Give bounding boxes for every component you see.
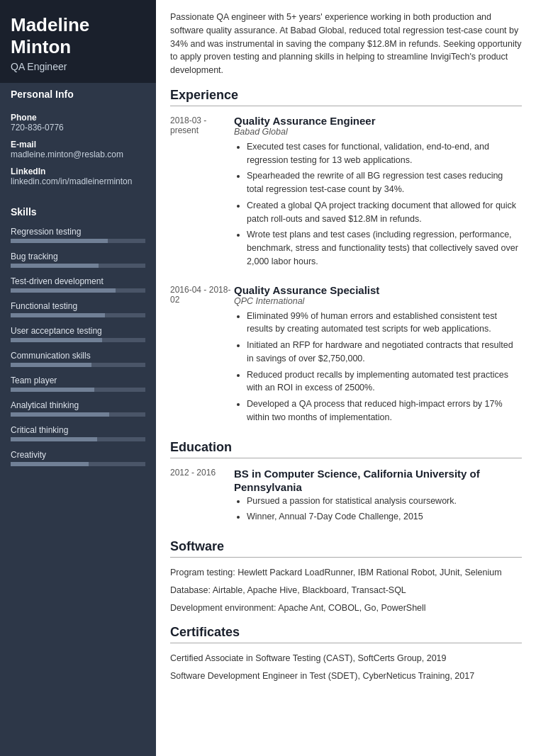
- skill-bar-fill: [11, 288, 116, 293]
- skill-bar-fill: [11, 388, 94, 392]
- skill-item: User acceptance testing: [11, 326, 145, 342]
- skill-item: Regression testing: [11, 227, 145, 243]
- job-title: Quality Assurance Engineer: [234, 115, 522, 127]
- job-title: Quality Assurance Specialist: [234, 284, 522, 296]
- skill-bar-bg: [11, 313, 145, 317]
- skill-bar-bg: [11, 412, 145, 417]
- phone-label: Phone: [11, 113, 145, 123]
- certificates-section: Certified Associate in Software Testing …: [170, 652, 522, 683]
- sidebar-header: Madeline Minton QA Engineer: [0, 0, 156, 83]
- email-info: E-mail madleine.minton@reslab.com: [11, 140, 145, 159]
- skill-bar-fill: [11, 264, 99, 268]
- phone-value: 720-836-0776: [11, 123, 145, 132]
- skills-section: Regression testing Bug tracking Test-dri…: [0, 223, 156, 482]
- cert-item: Software Development Engineer in Test (S…: [170, 670, 522, 683]
- skill-bar-bg: [11, 288, 145, 293]
- bullet-item: Executed test cases for functional, vali…: [247, 140, 522, 167]
- edu-bullet: Winner, Annual 7-Day Code Challenge, 201…: [247, 510, 522, 524]
- experience-item: 2016-04 - 2018-02 Quality Assurance Spec…: [170, 284, 522, 427]
- job-date: 2016-04 - 2018-02: [170, 284, 234, 427]
- bullet-item: Eliminated 99% of human errors and estab…: [247, 310, 522, 337]
- bullet-item: Created a global QA project tracking doc…: [247, 199, 522, 226]
- skill-bar-bg: [11, 239, 145, 243]
- software-heading: Software: [170, 539, 522, 558]
- skill-bar-bg: [11, 462, 145, 466]
- linkedin-label: LinkedIn: [11, 167, 145, 176]
- edu-bullet: Pursued a passion for statistical analys…: [247, 495, 522, 508]
- bullet-item: Developed a QA process that reduced high…: [247, 397, 522, 424]
- skill-item: Test-driven development: [11, 276, 145, 293]
- skill-bar-bg: [11, 388, 145, 392]
- email-label: E-mail: [11, 140, 145, 149]
- job-content: Quality Assurance Engineer Babad Global …: [234, 115, 522, 271]
- skill-name: Regression testing: [11, 227, 145, 237]
- candidate-name: Madeline Minton: [11, 14, 145, 58]
- company-name: QPC International: [234, 296, 522, 306]
- edu-degree: BS in Computer Science, California Unive…: [234, 467, 522, 495]
- skill-bar-fill: [11, 462, 89, 466]
- software-section: Program testing: Hewlett Packard LoadRun…: [170, 566, 522, 614]
- skill-name: Functional testing: [11, 301, 145, 311]
- candidate-title: QA Engineer: [11, 61, 145, 72]
- cert-item: Certified Associate in Software Testing …: [170, 652, 522, 665]
- skill-bar-bg: [11, 437, 145, 441]
- education-item: 2012 - 2016 BS in Computer Science, Cali…: [170, 467, 522, 527]
- skill-name: Critical thinking: [11, 425, 145, 435]
- skill-name: Analytical thinking: [11, 400, 145, 410]
- experience-item: 2018-03 - present Quality Assurance Engi…: [170, 115, 522, 271]
- main-content: Passionate QA engineer with 5+ years' ex…: [156, 0, 536, 756]
- bullet-list: Eliminated 99% of human errors and estab…: [234, 310, 522, 424]
- skill-bar-bg: [11, 264, 145, 268]
- personal-info-heading: Personal Info: [0, 83, 156, 106]
- skill-name: User acceptance testing: [11, 326, 145, 336]
- skill-bar-fill: [11, 338, 102, 342]
- edu-date: 2012 - 2016: [170, 467, 234, 527]
- skill-bar-fill: [11, 239, 108, 243]
- education-section: 2012 - 2016 BS in Computer Science, Cali…: [170, 467, 522, 527]
- linkedin-info: LinkedIn linkedin.com/in/madleinerminton: [11, 167, 145, 186]
- skill-bar-fill: [11, 363, 91, 367]
- skill-bar-bg: [11, 338, 145, 342]
- personal-info-section: Phone 720-836-0776 E-mail madleine.minto…: [0, 106, 156, 201]
- education-heading: Education: [170, 440, 522, 458]
- software-item: Development environment: Apache Ant, COB…: [170, 602, 522, 615]
- company-name: Babad Global: [234, 127, 522, 137]
- edu-content: BS in Computer Science, California Unive…: [234, 467, 522, 527]
- skill-item: Communication skills: [11, 351, 145, 367]
- skill-item: Critical thinking: [11, 425, 145, 441]
- skill-item: Functional testing: [11, 301, 145, 317]
- experience-heading: Experience: [170, 88, 522, 106]
- skill-bar-fill: [11, 412, 109, 417]
- experience-section: 2018-03 - present Quality Assurance Engi…: [170, 115, 522, 427]
- skill-name: Test-driven development: [11, 276, 145, 286]
- bullet-item: Reduced product recalls by implementing …: [247, 368, 522, 395]
- job-content: Quality Assurance Specialist QPC Interna…: [234, 284, 522, 427]
- skill-name: Bug tracking: [11, 252, 145, 261]
- software-item: Database: Airtable, Apache Hive, Blackbo…: [170, 584, 522, 597]
- skill-bar-fill: [11, 437, 97, 441]
- skills-heading: Skills: [0, 201, 156, 223]
- software-item: Program testing: Hewlett Packard LoadRun…: [170, 566, 522, 580]
- skill-item: Bug tracking: [11, 252, 145, 268]
- skill-item: Team player: [11, 376, 145, 392]
- certificates-heading: Certificates: [170, 625, 522, 643]
- bullet-list: Executed test cases for functional, vali…: [234, 140, 522, 269]
- bullet-item: Initiated an RFP for hardware and negoti…: [247, 339, 522, 366]
- email-value: madleine.minton@reslab.com: [11, 149, 145, 159]
- bullet-item: Wrote test plans and test cases (includi…: [247, 228, 522, 268]
- linkedin-value: linkedin.com/in/madleinerminton: [11, 176, 145, 186]
- phone-info: Phone 720-836-0776: [11, 113, 145, 132]
- skill-item: Analytical thinking: [11, 400, 145, 417]
- job-date: 2018-03 - present: [170, 115, 234, 271]
- skill-name: Team player: [11, 376, 145, 385]
- bullet-item: Spearheaded the rewrite of all BG regres…: [247, 169, 522, 196]
- skill-name: Creativity: [11, 450, 145, 460]
- skill-bar-fill: [11, 313, 105, 317]
- skill-name: Communication skills: [11, 351, 145, 361]
- skill-bar-bg: [11, 363, 145, 367]
- edu-bullet-list: Pursued a passion for statistical analys…: [234, 495, 522, 524]
- sidebar: Madeline Minton QA Engineer Personal Inf…: [0, 0, 156, 756]
- summary-text: Passionate QA engineer with 5+ years' ex…: [170, 11, 522, 77]
- skill-item: Creativity: [11, 450, 145, 466]
